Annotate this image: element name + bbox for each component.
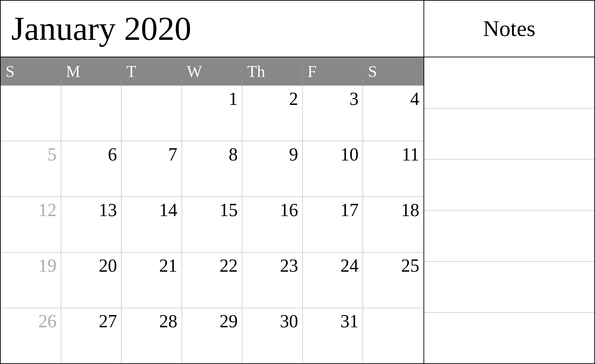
day-cell-w3-d2[interactable]: 13 xyxy=(61,197,122,252)
day-cell-w5-d1[interactable]: 26 xyxy=(1,308,61,363)
day-cell-w3-d6[interactable]: 17 xyxy=(303,197,363,252)
notes-line-5[interactable] xyxy=(424,262,594,313)
day-cell-w5-d4[interactable]: 29 xyxy=(182,308,243,363)
day-cell-w2-d7[interactable]: 11 xyxy=(363,141,424,197)
day-cell-w1-d7[interactable]: 4 xyxy=(363,86,424,141)
day-cell-w2-d4[interactable]: 8 xyxy=(182,141,243,197)
day-header-wednesday: W xyxy=(182,57,243,85)
day-cell-w4-d2[interactable]: 20 xyxy=(61,252,122,308)
day-headers-row: SMTWThFS xyxy=(1,57,424,85)
day-cell-w1-d3[interactable] xyxy=(121,86,182,141)
day-cell-w2-d3[interactable]: 7 xyxy=(121,141,182,197)
day-cell-w5-d6[interactable]: 31 xyxy=(303,308,363,363)
notes-line-6[interactable] xyxy=(424,313,594,363)
week-row-5: 262728293031 xyxy=(1,308,424,363)
day-cell-w2-d2[interactable]: 6 xyxy=(61,141,122,197)
calendar-main: January 2020 SMTWThFS 123456789101112131… xyxy=(1,1,424,363)
day-cell-w2-d5[interactable]: 9 xyxy=(242,141,303,197)
day-header-saturday: S xyxy=(363,57,424,85)
week-row-3: 12131415161718 xyxy=(1,197,424,252)
day-cell-w1-d2[interactable] xyxy=(61,86,122,141)
day-cell-w2-d1[interactable]: 5 xyxy=(1,141,61,197)
day-cell-w5-d3[interactable]: 28 xyxy=(121,308,182,363)
day-cell-w4-d7[interactable]: 25 xyxy=(363,252,424,308)
calendar-wrapper: January 2020 SMTWThFS 123456789101112131… xyxy=(0,0,595,364)
day-cell-w4-d6[interactable]: 24 xyxy=(303,252,363,308)
day-cell-w3-d5[interactable]: 16 xyxy=(242,197,303,252)
notes-line-4[interactable] xyxy=(424,210,594,262)
notes-panel: Notes xyxy=(424,1,594,363)
day-cell-w4-d1[interactable]: 19 xyxy=(1,252,61,308)
week-row-4: 19202122232425 xyxy=(1,252,424,308)
day-cell-w5-d5[interactable]: 30 xyxy=(242,308,303,363)
notes-line-1[interactable] xyxy=(424,57,594,108)
day-header-sunday: S xyxy=(1,57,61,85)
weeks-container: 1234567891011121314151617181920212223242… xyxy=(1,85,424,363)
calendar-grid: SMTWThFS 1234567891011121314151617181920… xyxy=(1,57,424,363)
day-cell-w5-d7[interactable] xyxy=(363,308,424,363)
day-cell-w3-d7[interactable]: 18 xyxy=(363,197,424,252)
week-row-1: 1234 xyxy=(1,85,424,141)
day-cell-w4-d3[interactable]: 21 xyxy=(121,252,182,308)
day-cell-w2-d6[interactable]: 10 xyxy=(303,141,363,197)
calendar-title: January 2020 xyxy=(1,1,424,57)
day-cell-w1-d5[interactable]: 2 xyxy=(242,86,303,141)
day-cell-w1-d6[interactable]: 3 xyxy=(303,86,363,141)
day-cell-w4-d4[interactable]: 22 xyxy=(182,252,243,308)
day-cell-w3-d3[interactable]: 14 xyxy=(121,197,182,252)
notes-lines xyxy=(424,57,594,363)
day-cell-w1-d1[interactable] xyxy=(1,86,61,141)
day-cell-w3-d1[interactable]: 12 xyxy=(1,197,61,252)
day-cell-w4-d5[interactable]: 23 xyxy=(242,252,303,308)
day-cell-w3-d4[interactable]: 15 xyxy=(182,197,243,252)
day-header-thursday: Th xyxy=(242,57,303,85)
notes-title: Notes xyxy=(424,1,594,57)
notes-line-3[interactable] xyxy=(424,159,594,210)
week-row-2: 567891011 xyxy=(1,141,424,197)
day-header-tuesday: T xyxy=(121,57,182,85)
day-header-monday: M xyxy=(61,57,122,85)
day-header-friday: F xyxy=(303,57,363,85)
notes-line-2[interactable] xyxy=(424,108,594,159)
day-cell-w5-d2[interactable]: 27 xyxy=(61,308,122,363)
day-cell-w1-d4[interactable]: 1 xyxy=(182,86,243,141)
